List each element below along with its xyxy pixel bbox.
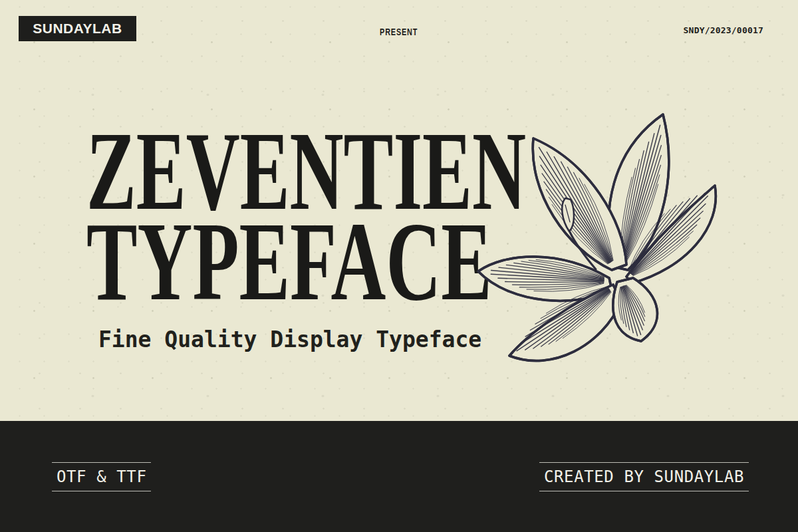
credit-label: CREATED BY SUNDAYLAB [544,467,744,486]
poster-canvas: SUNDAYLAB PRESENT SNDY/2023/00017 ZEVENT… [0,0,798,532]
title-line-2: TYPEFACE [86,205,492,318]
flower-petal-lower-right [613,278,658,341]
catalog-code: SNDY/2023/00017 [684,25,763,35]
credit-badge: CREATED BY SUNDAYLAB [539,462,749,491]
present-label-wrap: PRESENT [0,26,798,38]
formats-badge: OTF & TTF [52,462,151,491]
subtitle: Fine Quality Display Typeface [98,329,481,350]
footer-bar: OTF & TTF CREATED BY SUNDAYLAB [0,421,798,532]
present-label: PRESENT [380,26,418,37]
flower-illustration-icon [459,108,725,374]
formats-label: OTF & TTF [57,467,146,486]
